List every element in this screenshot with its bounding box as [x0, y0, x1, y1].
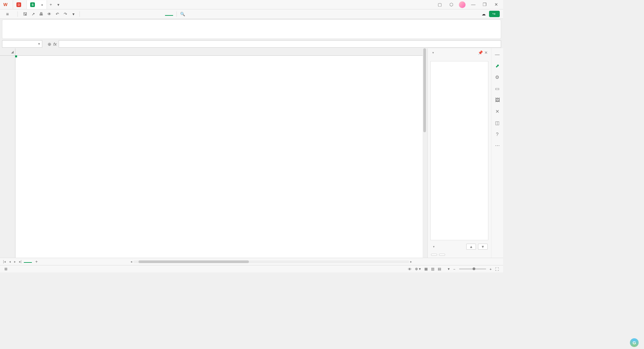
more-icon[interactable]: ⋯	[494, 142, 501, 149]
undo-icon[interactable]: ↶	[54, 11, 61, 17]
horizontal-scrollbar[interactable]: ◂ ▸	[41, 260, 501, 263]
collapse-icon[interactable]: —	[494, 51, 501, 58]
new-tab-button[interactable]: +	[47, 2, 55, 7]
share-button[interactable]: ↪	[489, 11, 500, 17]
cube-icon[interactable]: ⬡	[447, 1, 455, 8]
ribbon-toolbar	[2, 19, 501, 39]
doc-logo-icon: D	[16, 2, 21, 7]
fullscreen-icon[interactable]: ⛶	[493, 267, 500, 271]
pane-subtitle	[428, 57, 491, 60]
sheet-logo-icon: S	[30, 2, 35, 7]
formula-input[interactable]	[59, 40, 501, 48]
minimize-button[interactable]: —	[470, 1, 477, 8]
selection-pane: ▾ 📌 ✕ ▾ ▲ ▼	[427, 48, 491, 258]
close-pane-icon[interactable]: ✕	[484, 50, 488, 55]
print-icon[interactable]: 🖶	[38, 11, 45, 17]
user-avatar-icon[interactable]	[459, 1, 466, 8]
menu-tab-efficiency[interactable]	[165, 12, 173, 16]
chevron-down-icon[interactable]: ▼	[38, 42, 41, 46]
chevron-down-icon[interactable]: ▾	[432, 51, 434, 54]
menu-tab-review[interactable]	[130, 13, 138, 15]
view-normal-icon[interactable]: ▦	[423, 267, 429, 271]
app-tab-wps[interactable]: W	[0, 0, 13, 9]
select-tool-icon[interactable]: ⬈	[494, 62, 501, 69]
show-all-button[interactable]	[431, 254, 437, 256]
selection-border	[15, 56, 17, 57]
column-headers	[15, 48, 423, 56]
help-icon[interactable]: ?	[494, 131, 501, 138]
add-sheet-button[interactable]: +	[33, 259, 40, 264]
menu-tab-start[interactable]	[87, 13, 95, 15]
menu-tab-formula[interactable]	[113, 13, 121, 15]
zoom-slider[interactable]	[459, 268, 486, 269]
menu-tab-page[interactable]	[104, 13, 112, 15]
prev-sheet-icon[interactable]: ◂	[8, 260, 12, 263]
scroll-right-icon[interactable]: ▸	[409, 260, 413, 263]
tools-icon[interactable]: ✕	[494, 108, 501, 115]
zoom-in-button[interactable]: +	[488, 267, 493, 271]
title-bar: W D S ● + ▾ ▢ ⬡ — ❐ ✕	[0, 0, 503, 9]
main-area: ◢ ▾ 📌 ✕ ▾	[0, 48, 503, 258]
expand-icon[interactable]: ⊕	[48, 42, 51, 47]
move-down-button[interactable]: ▼	[478, 244, 488, 250]
scroll-left-icon[interactable]: ◂	[129, 260, 133, 263]
app-tab-template[interactable]: D	[13, 0, 27, 9]
first-sheet-icon[interactable]: |◂	[2, 260, 7, 263]
menu-tab-insert[interactable]	[95, 13, 103, 15]
image-icon[interactable]: 🖼	[494, 97, 501, 103]
menu-tabs: 🔍	[87, 11, 185, 17]
zoom-slider-thumb[interactable]	[473, 267, 475, 270]
sheet-tab[interactable]	[24, 261, 32, 263]
redo-icon[interactable]: ↷	[62, 11, 69, 17]
menu-tab-tools[interactable]	[148, 13, 156, 15]
view-break-icon[interactable]: ▤	[436, 267, 443, 271]
spreadsheet-grid: ◢	[0, 48, 427, 258]
sheet-tab-bar: |◂ ◂ ▸ ▸| + ◂ ▸	[0, 258, 503, 265]
separator	[176, 11, 177, 17]
dropdown-icon[interactable]: ▾	[70, 11, 77, 17]
right-icon-strip: — ⬈ ⚙ ▭ 🖼 ✕ ◫ ? ⋯	[491, 48, 503, 258]
move-up-button[interactable]: ▲	[466, 244, 476, 250]
menu-tab-member[interactable]	[156, 13, 164, 15]
preview-icon[interactable]: 👁	[46, 11, 53, 17]
pin-icon[interactable]: 📌	[478, 50, 483, 55]
status-mode-icon[interactable]: ⊞	[3, 267, 9, 271]
fx-icon[interactable]: fx	[53, 42, 57, 47]
name-box[interactable]: ▼	[2, 40, 42, 48]
next-sheet-icon[interactable]: ▸	[13, 260, 17, 263]
properties-icon[interactable]: ⚙	[494, 74, 501, 81]
search-icon[interactable]: 🔍	[180, 12, 185, 16]
layout-icon[interactable]: ▭	[494, 85, 501, 92]
app-tab-workbook[interactable]: S ●	[27, 0, 47, 9]
close-button[interactable]: ✕	[492, 1, 500, 8]
scrollbar-thumb[interactable]	[423, 48, 426, 132]
cloud-icon[interactable]: ☁	[482, 12, 486, 16]
tab-menu-button[interactable]: ▾	[55, 2, 62, 7]
export-icon[interactable]: ↗	[30, 11, 37, 17]
scrollbar-thumb[interactable]	[139, 260, 249, 263]
menu-bar: ≡ 🖫 ↗ 🖶 👁 ↶ ↷ ▾ 🔍 ☁ ↪	[0, 9, 503, 19]
focus-icon[interactable]: ⊕ ▾	[413, 267, 423, 271]
menu-tab-data[interactable]	[121, 13, 129, 15]
chevron-down-icon[interactable]: ▾	[433, 245, 435, 248]
last-sheet-icon[interactable]: ▸|	[18, 260, 23, 263]
view-page-icon[interactable]: ▥	[429, 267, 436, 271]
vertical-scrollbar[interactable]	[423, 48, 427, 258]
eye-icon[interactable]: 👁	[406, 267, 413, 271]
row-headers: ◢	[0, 48, 15, 258]
pane-body	[430, 61, 488, 240]
select-all-corner[interactable]: ◢	[0, 48, 15, 56]
save-icon[interactable]: 🖫	[22, 11, 29, 17]
share-icon: ↪	[492, 12, 495, 16]
separator	[17, 11, 18, 17]
zoom-dropdown-icon[interactable]: ▾	[446, 267, 451, 271]
menu-tab-view[interactable]	[139, 13, 147, 15]
hide-all-button[interactable]	[439, 254, 445, 256]
window-snap-icon[interactable]: ▢	[436, 1, 443, 8]
bookmark-icon[interactable]: ◫	[494, 119, 501, 126]
wps-logo-icon: W	[3, 2, 7, 7]
separator	[79, 11, 80, 17]
zoom-out-button[interactable]: −	[451, 267, 457, 271]
maximize-button[interactable]: ❐	[481, 1, 488, 8]
hamburger-icon[interactable]: ≡	[4, 11, 11, 17]
